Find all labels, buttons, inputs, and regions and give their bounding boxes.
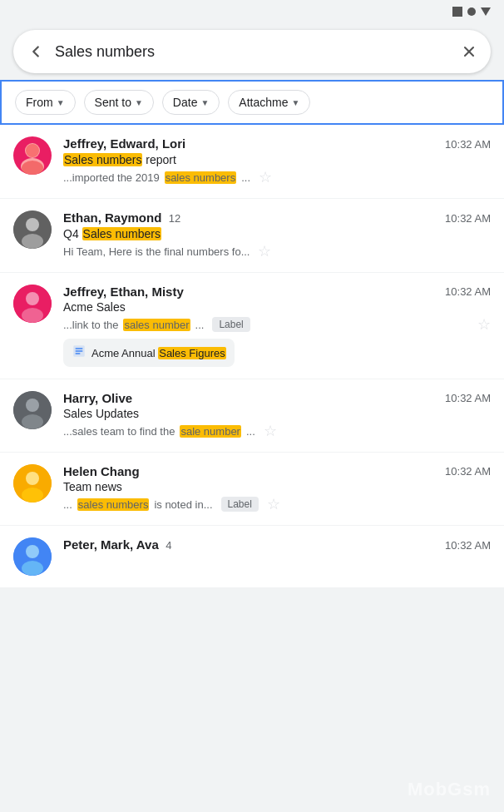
email-sender: Jeffrey, Ethan, Misty [63, 285, 184, 299]
sent-to-chevron-icon: ▼ [135, 98, 143, 107]
email-time: 10:32 AM [445, 212, 491, 225]
preview-highlight: sales number [123, 319, 190, 331]
date-chevron-icon: ▼ [200, 98, 209, 107]
label-badge: Label [212, 317, 250, 332]
attachment-row[interactable]: Acme Annual Sales Figures [63, 339, 235, 367]
svg-point-20 [26, 472, 39, 485]
email-count: 4 [166, 539, 171, 552]
wifi-icon [481, 7, 491, 16]
email-preview: ...link to the sales number... Label ☆ [63, 315, 491, 334]
table-row[interactable]: Helen Chang 10:32 AM Team news ...sales … [0, 453, 504, 526]
email-preview: ...imported the 2019 sales numbers... ☆ [63, 168, 491, 186]
avatar [13, 391, 52, 429]
svg-point-7 [26, 218, 39, 231]
filter-date[interactable]: Date ▼ [162, 90, 220, 115]
filter-attachments-label: Attachme [239, 96, 288, 109]
svg-point-11 [22, 308, 43, 323]
svg-point-8 [22, 234, 43, 249]
email-sender: Helen Chang [63, 464, 140, 478]
table-row[interactable]: Harry, Olive 10:32 AM Sales Updates ...s… [0, 379, 504, 453]
svg-rect-15 [76, 353, 81, 354]
star-button[interactable]: ☆ [477, 315, 491, 334]
email-preview: ...sales team to find the sale number...… [63, 422, 491, 440]
preview-highlight: sales numbers [77, 498, 150, 511]
filter-sent-to[interactable]: Sent to ▼ [84, 90, 154, 115]
email-list: Jeffrey, Edward, Lori 10:32 AM Sales num… [0, 125, 504, 588]
avatar [13, 136, 52, 175]
email-preview: Hi Team, Here is the final numbers fo...… [63, 242, 491, 260]
doc-icon [72, 344, 86, 362]
attachments-chevron-icon: ▼ [291, 98, 299, 107]
svg-point-18 [22, 414, 43, 429]
email-count: 12 [169, 212, 180, 225]
svg-point-17 [26, 399, 39, 412]
filter-bar: From ▼ Sent to ▼ Date ▼ Attachme ▼ [0, 80, 504, 125]
filter-from[interactable]: From ▼ [15, 90, 76, 115]
status-bar [0, 0, 504, 23]
email-subject: Sales numbers report [63, 153, 491, 166]
table-row[interactable]: Ethan, Raymond 12 10:32 AM Q4 Sales numb… [0, 199, 504, 273]
svg-rect-13 [76, 348, 83, 349]
star-button[interactable]: ☆ [267, 495, 280, 513]
signal-icon [467, 7, 476, 16]
table-row[interactable]: Peter, Mark, Ava 4 10:32 AM [0, 526, 504, 588]
table-row[interactable]: Jeffrey, Edward, Lori 10:32 AM Sales num… [0, 125, 504, 199]
preview-highlight: sale number [180, 425, 241, 438]
email-header: Helen Chang 10:32 AM [63, 464, 491, 478]
email-header: Peter, Mark, Ava 4 10:32 AM [63, 537, 491, 552]
svg-point-24 [22, 561, 43, 576]
table-row[interactable]: Jeffrey, Ethan, Misty 10:32 AM Acme Sale… [0, 273, 504, 379]
email-sender: Harry, Olive [63, 391, 132, 405]
back-button[interactable] [27, 42, 45, 61]
email-header: Harry, Olive 10:32 AM [63, 391, 491, 405]
battery-icon [452, 7, 462, 17]
avatar [13, 285, 52, 323]
email-content: Peter, Mark, Ava 4 10:32 AM [63, 537, 491, 554]
svg-rect-14 [76, 350, 83, 352]
email-subject: Q4 Sales numbers [63, 227, 491, 240]
label-badge: Label [221, 497, 259, 512]
filter-attachments[interactable]: Attachme ▼ [228, 90, 310, 115]
email-time: 10:32 AM [445, 392, 491, 404]
star-button[interactable]: ☆ [258, 242, 271, 260]
avatar [13, 537, 52, 576]
email-header: Jeffrey, Edward, Lori 10:32 AM [63, 136, 491, 151]
attachment-name: Acme Annual Sales Figures [91, 347, 226, 359]
email-subject: Acme Sales [63, 300, 491, 314]
watermark: MobGsm [408, 779, 491, 800]
filter-date-label: Date [173, 96, 198, 109]
svg-point-23 [26, 545, 39, 558]
email-content: Helen Chang 10:32 AM Team news ...sales … [63, 464, 491, 513]
search-query[interactable]: Sales numbers [55, 43, 461, 61]
email-preview: ...sales numbers is noted in... Label ☆ [63, 495, 491, 513]
avatar [13, 210, 52, 249]
filter-from-label: From [26, 96, 53, 109]
svg-point-4 [26, 144, 39, 157]
email-header: Jeffrey, Ethan, Misty 10:32 AM [63, 285, 491, 299]
avatar [13, 464, 52, 503]
svg-point-10 [26, 292, 39, 305]
email-time: 10:32 AM [445, 465, 491, 478]
email-content: Harry, Olive 10:32 AM Sales Updates ...s… [63, 391, 491, 440]
email-time: 10:32 AM [445, 285, 491, 298]
filter-sent-to-label: Sent to [95, 96, 131, 109]
clear-search-button[interactable] [461, 43, 477, 60]
subject-highlight: Sales numbers [63, 153, 142, 166]
star-button[interactable]: ☆ [264, 422, 277, 440]
email-subject: Team news [63, 480, 491, 493]
email-sender-row: Ethan, Raymond 12 [63, 210, 180, 225]
star-button[interactable]: ☆ [259, 168, 272, 186]
email-content: Ethan, Raymond 12 10:32 AM Q4 Sales numb… [63, 210, 491, 260]
email-time: 10:32 AM [445, 539, 491, 552]
email-header: Ethan, Raymond 12 10:32 AM [63, 210, 491, 225]
email-content: Jeffrey, Edward, Lori 10:32 AM Sales num… [63, 136, 491, 186]
subject-highlight: Sales numbers [82, 227, 161, 240]
email-sender: Jeffrey, Edward, Lori [63, 136, 185, 151]
email-time: 10:32 AM [445, 138, 491, 151]
preview-highlight: sales numbers [165, 171, 237, 184]
attachment-highlight: Sales Figures [158, 347, 225, 359]
svg-point-21 [22, 488, 43, 503]
search-bar: Sales numbers [13, 30, 491, 73]
email-subject: Sales Updates [63, 407, 491, 420]
from-chevron-icon: ▼ [57, 98, 65, 107]
